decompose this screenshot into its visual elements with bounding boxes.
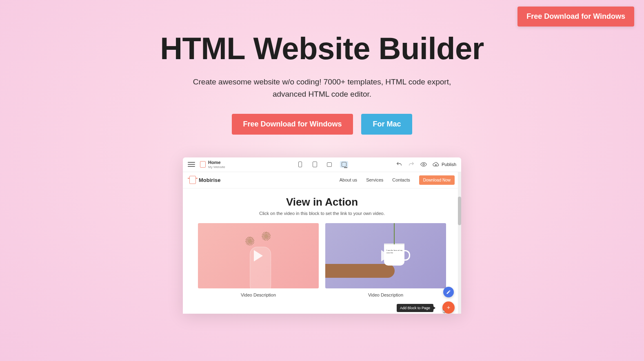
hero-buttons: Free Download for Windows For Mac [0,114,644,135]
mobirise-logo-icon [189,176,196,184]
svg-point-0 [423,164,424,165]
device-tablet-button[interactable] [311,161,319,168]
topbar-tools: Publish [396,161,456,168]
device-preview-group [296,161,348,168]
preview-eye-icon[interactable] [420,161,427,168]
undo-icon[interactable] [396,161,402,168]
nav-about-link[interactable]: About us [340,177,357,182]
play-icon [254,250,263,261]
video-description-1: Video Description [198,292,319,297]
floating-actions: Add Block to Page [442,287,455,314]
publish-button[interactable]: Publish [433,161,456,168]
cloud-upload-icon [433,161,439,168]
play-icon [381,250,390,261]
scrollbar-track[interactable] [458,172,461,314]
download-mac-button[interactable]: For Mac [361,114,412,135]
download-windows-button[interactable]: Free Download for Windows [232,114,353,135]
page-title: HTML Website Builder [0,32,644,65]
device-desktop-button[interactable] [340,161,348,168]
edit-fab-button[interactable] [443,287,454,297]
block-hint: Click on the video in this block to set … [193,211,451,216]
top-download-button[interactable]: Free Download for Windows [517,7,634,27]
page-name-label: Home [208,160,225,165]
page-icon [200,161,206,168]
nav-services-link[interactable]: Services [366,177,383,182]
site-brand[interactable]: Mobirise [189,176,220,184]
brand-name-label: Mobirise [199,177,220,183]
app-preview-window: Home My Website Publish [183,157,461,314]
video-thumbnail-2[interactable]: I am the hero of my own life [325,223,446,288]
site-navbar: Mobirise About us Services Contacts Down… [183,172,461,188]
publish-label: Publish [442,162,456,167]
device-tablet-landscape-button[interactable] [325,161,333,168]
video-description-2: Video Description [325,292,446,297]
nav-links: About us Services Contacts Download Now [340,175,455,185]
device-phone-button[interactable] [296,161,304,168]
video-row: Video Description I am the hero of my ow… [193,223,451,297]
nav-contacts-link[interactable]: Contacts [392,177,410,182]
site-name-label: My Website [208,166,225,169]
page-identifier[interactable]: Home My Website [200,160,225,169]
site-content-block: View in Action Click on the video in thi… [183,188,461,314]
app-topbar: Home My Website Publish [183,157,461,172]
page-subtitle: Create awesome website w/o coding! 7000+… [175,76,469,100]
hamburger-menu-icon[interactable] [188,162,195,167]
video-card-2: I am the hero of my own life Video Descr… [325,223,446,297]
block-heading: View in Action [193,196,451,208]
video-card-1: Video Description [198,223,319,297]
nav-download-button[interactable]: Download Now [419,175,455,185]
redo-icon[interactable] [408,161,415,168]
add-block-tooltip: Add Block to Page [397,304,433,312]
video-thumbnail-1[interactable] [198,223,319,288]
cursor-pointer-icon [442,309,446,314]
scrollbar-thumb[interactable] [458,197,461,225]
